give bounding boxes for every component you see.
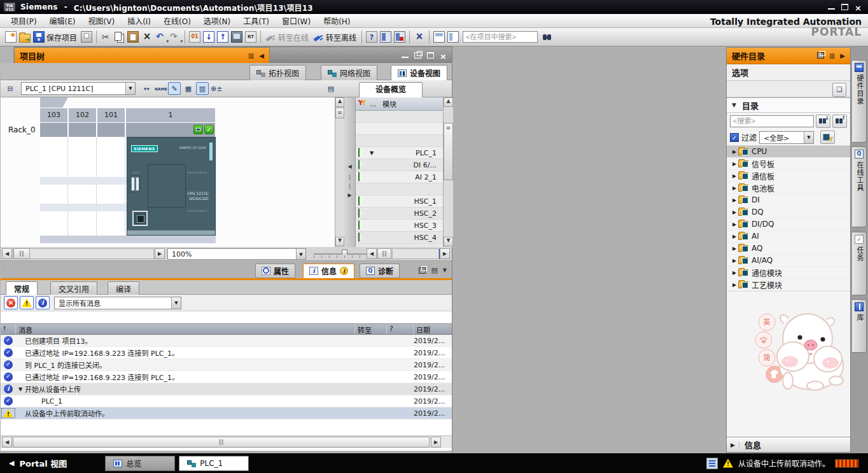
desktop-pet-overlay[interactable]: 英 简 — [753, 303, 850, 393]
coupler-icon[interactable]: ⊟ — [4, 82, 17, 95]
rack-row-cell[interactable] — [40, 123, 68, 137]
scroll-left-icon[interactable]: ◀ — [2, 437, 12, 448]
taskbar-button[interactable]: PLC_1 — [179, 456, 249, 471]
catalog-item[interactable]: AQ — [727, 243, 850, 255]
dropdown-arrow-icon[interactable]: ▼ — [804, 132, 813, 143]
col-date[interactable]: 日期 — [414, 324, 452, 334]
slot-cell-101[interactable] — [97, 137, 125, 236]
expander-icon[interactable] — [731, 270, 738, 276]
message-filter-dropdown[interactable]: 显示所有消息 ▼ — [54, 297, 181, 309]
maximize-button[interactable] — [841, 4, 848, 10]
menu-item[interactable]: 帮助(H) — [318, 14, 356, 27]
catalog-section-header[interactable]: ▼ 目录 — [727, 97, 850, 113]
pin-panel-icon[interactable]: ▥ — [248, 52, 254, 59]
catalog-item[interactable]: AI — [727, 230, 850, 243]
rail-width-icon[interactable]: ↔ — [140, 82, 153, 95]
col-goto[interactable]: 转至 — [355, 324, 387, 334]
overview-row[interactable]: PLC_1 — [356, 147, 443, 159]
dropdown-arrow-icon[interactable]: ▼ — [171, 297, 181, 309]
profile-edit-icon[interactable] — [820, 131, 835, 144]
delete-icon[interactable] — [141, 31, 153, 43]
task-card-tab[interactable]: 库 — [852, 299, 867, 353]
menu-item[interactable]: 工具(T) — [237, 14, 275, 27]
filter-warnings-button[interactable] — [20, 296, 34, 309]
slot-header-102[interactable]: 102 — [69, 108, 97, 122]
col-exclamation[interactable]: ! — [1, 324, 16, 334]
expander-icon[interactable] — [731, 246, 738, 251]
start-runtime-icon[interactable] — [245, 31, 256, 43]
catalog-item[interactable]: 电池板 — [727, 182, 850, 194]
rack-row-cell[interactable] — [69, 123, 97, 137]
catalog-item[interactable]: AI/AQ — [727, 255, 850, 267]
expander-icon[interactable] — [731, 258, 738, 264]
editor-float-icon[interactable] — [414, 52, 421, 59]
inspector-list-icon[interactable]: ▤ — [431, 266, 437, 274]
menu-item[interactable]: 选项(N) — [198, 14, 236, 27]
search-down-icon[interactable] — [816, 115, 830, 128]
module-column[interactable]: 模块 — [382, 99, 396, 109]
inspector-subtab[interactable]: 编译 — [108, 281, 139, 295]
cross-reference-icon[interactable] — [414, 31, 425, 43]
catalog-item[interactable]: DQ — [727, 206, 850, 218]
task-card-tab[interactable]: 硬件目录 — [852, 60, 867, 143]
message-row[interactable]: 已创建项目 项目13。 2019/2... — [1, 335, 452, 347]
menu-item[interactable]: 编辑(E) — [44, 14, 81, 27]
message-expander-icon[interactable] — [16, 386, 25, 392]
minimize-button[interactable] — [828, 4, 835, 10]
scroll-right-icon[interactable]: ▶ — [431, 437, 441, 448]
menu-item[interactable]: 项目(P) — [5, 14, 43, 27]
portal-view-button[interactable]: ◀ Portal 视图 — [0, 457, 76, 469]
copy-icon[interactable] — [115, 32, 122, 41]
dropdown-arrow-icon[interactable]: ▼ — [296, 249, 305, 259]
slot-header-1[interactable]: 1 — [126, 108, 216, 122]
scroll-left-icon[interactable]: ◀ — [2, 248, 12, 259]
overview-scroll-left-icon[interactable]: ◀ — [367, 248, 377, 259]
module-expander-icon[interactable] — [370, 150, 377, 156]
canvas-splitter[interactable]: ◀ ‖‖ ▶ — [344, 97, 356, 247]
split-vertical-icon[interactable] — [447, 31, 459, 43]
expander-icon[interactable] — [731, 209, 738, 215]
go-online-label[interactable]: 转至在线 — [278, 32, 309, 43]
table-view-icon[interactable]: ▤ — [325, 82, 337, 95]
expander-icon[interactable] — [731, 149, 738, 155]
rack-canvas[interactable]: Rack_0 103 102 101 1 — [1, 97, 344, 247]
print-icon[interactable] — [81, 31, 92, 43]
editor-maximize-icon[interactable] — [427, 52, 434, 59]
search-up-icon[interactable] — [832, 115, 847, 128]
overview-row[interactable]: AI 2_1 — [356, 171, 443, 183]
inspector-subtab[interactable]: 交叉引用 — [50, 281, 97, 295]
catalog-item[interactable]: DI — [727, 194, 850, 206]
tab-device-overview[interactable]: 设备概览 — [359, 82, 423, 97]
close-button[interactable] — [855, 4, 862, 10]
overview-row[interactable]: HSC_1 — [356, 195, 443, 208]
pin-panel-icon[interactable]: ▥ — [829, 52, 835, 59]
message-row[interactable]: 开始从设备中上传 2019/2... — [1, 383, 452, 395]
pet-pig[interactable] — [777, 314, 843, 390]
pet-badges[interactable]: 英 简 — [755, 314, 783, 383]
inspector-collapse-icon[interactable]: ▼ — [443, 267, 447, 273]
task-card-tab[interactable]: 任务 — [852, 232, 867, 295]
overview-row[interactable] — [356, 135, 443, 147]
go-offline-icon[interactable] — [312, 31, 324, 43]
project-search-input[interactable] — [463, 31, 538, 43]
message-row[interactable]: 已通过地址 IP=192.168.9.223 连接到 PLC_1。 2019/2… — [1, 371, 452, 383]
filter-info-button[interactable] — [36, 296, 50, 309]
paste-icon[interactable] — [127, 31, 139, 43]
message-row[interactable]: 到 PLC_1 的连接已关闭。 2019/2... — [1, 359, 452, 371]
slot-header-101[interactable]: 101 — [97, 108, 125, 122]
view-tab[interactable]: 网络视图 — [321, 65, 377, 80]
catalog-search-input[interactable] — [730, 115, 814, 127]
inspector-tab[interactable]: 信息 — [303, 264, 354, 278]
accessible-devices-icon[interactable] — [231, 31, 242, 43]
overview-row[interactable] — [356, 111, 443, 123]
expander-icon[interactable] — [731, 197, 738, 203]
zoom-dropdown[interactable]: 100% ▼ — [167, 248, 306, 260]
catalog-item[interactable]: 工艺模块 — [727, 279, 850, 291]
overview-row[interactable] — [356, 183, 443, 195]
taskbar-button[interactable]: 总览 — [105, 456, 175, 471]
overview-row[interactable]: HSC_4 — [356, 232, 443, 244]
slot-cell-103[interactable] — [40, 137, 68, 236]
memory-card-icon[interactable] — [706, 458, 718, 469]
restore-window-icon[interactable] — [380, 31, 391, 43]
message-row[interactable]: PLC_1 2019/2... — [1, 395, 452, 407]
